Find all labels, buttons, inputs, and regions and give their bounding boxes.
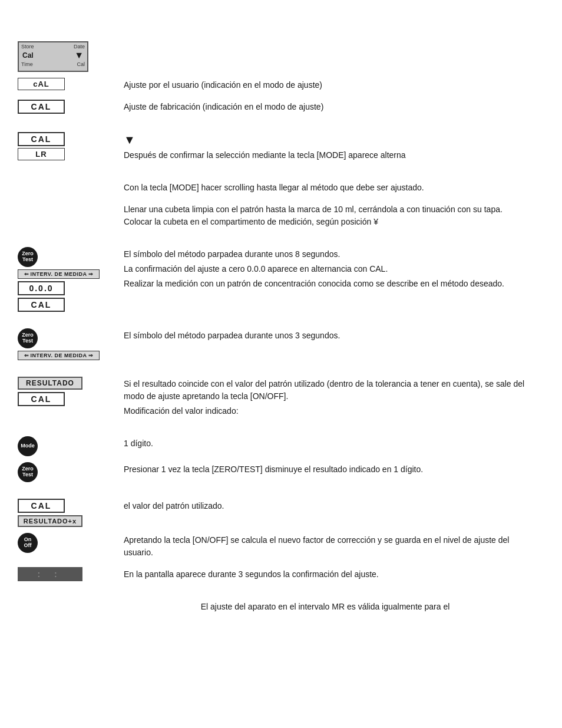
row-zero-test-2: Zero Test ⇐ INTERV. DE MEDIDA ⇒ El símbo… — [18, 328, 527, 360]
row-on-off: On Off Apretando la tecla [ON/OFF] se ca… — [18, 533, 527, 561]
left-zero-test-1: Zero Test ⇐ INTERV. DE MEDIDA ⇒ 0.0.0 CA… — [18, 247, 112, 312]
row-cal-resultadox: CAL RESULTADO+x el valor del patrón util… — [18, 499, 527, 527]
spacer3 — [18, 236, 527, 247]
row-mode-btn: Mode 1 dígito. — [18, 436, 527, 456]
row-cal-fab: CAL Ajuste de fabricación (indicación en… — [18, 100, 527, 116]
parpadea-3s: El símbolo del método parpadea durante u… — [124, 330, 527, 342]
zero-test-btn-1[interactable]: Zero Test — [18, 247, 38, 267]
mode-btn[interactable]: Mode — [18, 436, 38, 456]
row-zero-test-3: Zero Test Presionar 1 vez la tecla [ZERO… — [18, 462, 527, 482]
interval-text-1: INTERV. DE MEDIDA — [31, 271, 87, 277]
test-label-1: Test — [22, 257, 33, 263]
colon-display: : : — [18, 567, 82, 581]
lcd-left: Store Date Cal ▼ Time Cal — [18, 41, 112, 72]
interval-right-arrow-1: ⇒ — [88, 271, 94, 277]
left-cal-resultadox: CAL RESULTADO+x — [18, 499, 112, 527]
off-label: Off — [24, 543, 32, 549]
lcd-main-text: Cal — [22, 51, 74, 60]
interval-display-1: ⇐ INTERV. DE MEDIDA ⇒ — [18, 269, 100, 279]
cal-lr-cal: CAL — [18, 132, 65, 146]
right-cal-fab: Ajuste de fabricación (indicación en el … — [124, 100, 527, 116]
zero-test-btn-3[interactable]: Zero Test — [18, 462, 38, 482]
resultado-plus-x: RESULTADO+x — [18, 515, 82, 527]
interval-display-2: ⇐ INTERV. DE MEDIDA ⇒ — [18, 351, 100, 360]
right-resultado-cal: Si el resultado coincide con el valor de… — [124, 377, 527, 420]
cal-display-final: CAL — [18, 499, 65, 513]
spacer7 — [18, 488, 527, 499]
row-cal-lr: CAL LR ▼ Después de confirmar la selecci… — [18, 132, 527, 164]
lcd-date-label: Date — [74, 44, 85, 50]
row-cal-user: cAL Ajuste por el usuario (indicación en… — [18, 78, 527, 94]
left-cal-normal: cAL — [18, 78, 112, 90]
left-on-off: On Off — [18, 533, 112, 553]
confirmacion-ajuste-text: En la pantalla aparece durante 3 segundo… — [124, 568, 527, 581]
right-final: El ajuste del aparato en el intervalo MR… — [124, 599, 527, 615]
row-zero-test-1: Zero Test ⇐ INTERV. DE MEDIDA ⇒ 0.0.0 CA… — [18, 247, 527, 312]
row-final: El ajuste del aparato en el intervalo MR… — [18, 599, 527, 615]
lcd-store-label: Store — [21, 44, 34, 50]
cal-display-after-zero: CAL — [18, 298, 65, 312]
digito-text: 1 dígito. — [124, 437, 527, 450]
right-cal-lr: ▼ Después de confirmar la selección medi… — [124, 132, 527, 164]
lcd-top-row: Store Date — [21, 44, 85, 50]
right-cubeta: Llenar una cubeta limpia con el patrón h… — [124, 202, 527, 230]
interval-right-arrow-2: ⇒ — [88, 353, 94, 358]
right-zero-test-1: El símbolo del método parpadea durante u… — [124, 247, 527, 292]
interval-left-arrow-2: ⇐ — [24, 353, 29, 358]
on-off-btn[interactable]: On Off — [18, 533, 38, 553]
final-text: El ajuste del aparato en el intervalo MR… — [124, 601, 527, 613]
interval-left-arrow-1: ⇐ — [24, 271, 29, 277]
mode-arrow-symbol: ▼ — [124, 133, 527, 147]
right-colon: En la pantalla aparece durante 3 segundo… — [124, 567, 527, 583]
right-cal-resultadox: el valor del patrón utilizado. — [124, 499, 527, 515]
right-on-off: Apretando la tecla [ON/OFF] se calcula e… — [124, 533, 527, 561]
cubeta-text: Llenar una cubeta limpia con el patrón h… — [124, 203, 527, 228]
lcd-bottom-row: Time Cal — [21, 61, 85, 67]
colon-dots: : : — [37, 569, 62, 579]
zero-test-btn-2[interactable]: Zero Test — [18, 328, 38, 348]
spacer1 — [18, 121, 527, 132]
left-cal-lr: CAL LR — [18, 132, 112, 160]
left-zero-test-2: Zero Test ⇐ INTERV. DE MEDIDA ⇒ — [18, 328, 112, 360]
cal-fab-text: Ajuste de fabricación (indicación en el … — [124, 101, 527, 113]
modificacion-text: Modificación del valor indicado: — [124, 405, 527, 417]
resultado-coincide-text: Si el resultado coincide con el valor de… — [124, 378, 527, 403]
spacer5 — [18, 366, 527, 377]
left-mode: Mode — [18, 436, 112, 456]
cal-lr-lr: LR — [18, 148, 65, 160]
cal-normal-display: cAL — [18, 78, 65, 90]
spacer6 — [18, 426, 527, 436]
resultado-display: RESULTADO — [18, 377, 82, 390]
on-off-text: Apretando la tecla [ON/OFF] se calcula e… — [124, 534, 527, 559]
right-mode: 1 dígito. — [124, 436, 527, 452]
right-zero-test-3: Presionar 1 vez la tecla [ZERO/TEST] dis… — [124, 462, 527, 478]
presionar-text: Presionar 1 vez la tecla [ZERO/TEST] dis… — [124, 463, 527, 476]
row-scrolling: Con la tecla [MODE] hacer scrolling hast… — [18, 180, 527, 196]
row-cubeta: Llenar una cubeta limpia con el patrón h… — [18, 202, 527, 230]
row-colon: : : En la pantalla aparece durante 3 seg… — [18, 567, 527, 583]
zero-display-000: 0.0.0 — [18, 281, 65, 295]
scrolling-text: Con la tecla [MODE] hacer scrolling hast… — [124, 182, 527, 194]
lcd-main-row: Cal ▼ — [21, 50, 85, 61]
interval-text-2: INTERV. DE MEDIDA — [31, 353, 87, 358]
spacer2 — [18, 170, 527, 180]
spacer8 — [18, 589, 527, 599]
lcd-cal-label: Cal — [77, 61, 85, 67]
cal-bold-display: CAL — [18, 100, 65, 114]
left-colon: : : — [18, 567, 112, 581]
cal-user-text: Ajuste por el usuario (indicación en el … — [124, 79, 527, 91]
test-label-2: Test — [22, 338, 33, 344]
right-zero-test-2: El símbolo del método parpadea durante u… — [124, 328, 527, 344]
left-cal-bold: CAL — [18, 100, 112, 114]
left-resultado-cal: RESULTADO CAL — [18, 377, 112, 406]
patron-text: el valor del patrón utilizado. — [124, 500, 527, 512]
right-scrolling: Con la tecla [MODE] hacer scrolling hast… — [124, 180, 527, 196]
row-resultado-cal: RESULTADO CAL Si el resultado coincide c… — [18, 377, 527, 420]
page-container: Store Date Cal ▼ Time Cal cAL Ajuste por… — [0, 24, 562, 639]
right-cal-user: Ajuste por el usuario (indicación en el … — [124, 78, 527, 94]
lcd-screen-section: Store Date Cal ▼ Time Cal — [18, 41, 527, 72]
test-label-3: Test — [22, 472, 33, 478]
parpadea-8s: El símbolo del método parpadea durante u… — [124, 248, 527, 261]
mode-label: Mode — [21, 443, 35, 449]
confirmacion-000: La confirmación del ajuste a cero 0.0.0 … — [124, 263, 527, 275]
